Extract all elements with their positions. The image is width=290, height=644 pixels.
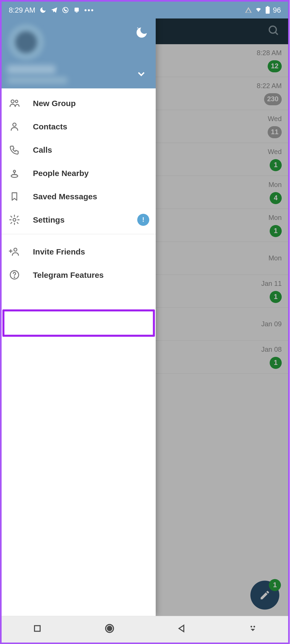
nav-home-button[interactable] (104, 623, 115, 635)
svg-rect-16 (76, 12, 78, 12)
drawer-menu-secondary: Invite FriendsTelegram Features (2, 237, 156, 287)
system-nav-bar (2, 616, 288, 643)
nearby-icon (9, 168, 20, 179)
menu-item-invite-friends[interactable]: Invite Friends (2, 240, 156, 263)
account-phone (7, 77, 67, 84)
menu-item-label: People Nearby (33, 169, 89, 178)
warning-icon (245, 6, 252, 14)
battery-icon (265, 6, 270, 14)
status-bar: 8:29 AM ••• 96 (2, 2, 288, 18)
svg-rect-18 (248, 12, 249, 12)
svg-point-3 (11, 100, 14, 103)
svg-point-13 (14, 277, 15, 278)
chevron-down-icon (136, 68, 147, 80)
svg-point-5 (13, 123, 16, 126)
menu-item-calls[interactable]: Calls (2, 138, 156, 162)
more-notifications-icon: ••• (84, 6, 94, 14)
menu-item-label: Contacts (33, 122, 67, 131)
menu-divider (2, 234, 156, 234)
menu-item-label: Saved Messages (33, 192, 97, 201)
dnd-icon (39, 6, 47, 14)
wifi-icon (254, 6, 262, 14)
annotation-highlight (2, 309, 155, 337)
menu-item-people-nearby[interactable]: People Nearby (2, 162, 156, 185)
circle-icon (104, 623, 115, 634)
group-icon (9, 98, 20, 109)
invite-icon (9, 246, 20, 257)
notification-icon (73, 6, 80, 14)
nav-back-button[interactable] (177, 624, 186, 635)
phone-icon (9, 144, 20, 156)
square-icon (33, 624, 42, 633)
account-name (7, 65, 55, 74)
menu-item-saved-messages[interactable]: Saved Messages (2, 185, 156, 208)
gear-icon (9, 214, 20, 226)
avatar[interactable] (8, 24, 44, 60)
menu-item-new-group[interactable]: New Group (2, 92, 156, 115)
bookmark-icon (9, 191, 20, 202)
svg-point-25 (253, 626, 255, 627)
menu-item-label: Calls (33, 145, 52, 155)
nav-ime-button[interactable] (248, 624, 257, 635)
menu-item-contacts[interactable]: Contacts (2, 115, 156, 138)
svg-rect-19 (266, 7, 270, 14)
whatsapp-icon (62, 6, 69, 14)
drawer-menu-primary: New GroupContactsCallsPeople NearbySaved… (2, 88, 156, 231)
menu-item-label: Telegram Features (33, 270, 104, 280)
menu-item-label: New Group (33, 99, 76, 108)
help-icon (9, 269, 20, 280)
svg-point-9 (14, 248, 17, 251)
moon-icon (135, 26, 148, 39)
navigation-drawer: New GroupContactsCallsPeople NearbySaved… (2, 2, 156, 616)
status-time: 8:29 AM (9, 6, 35, 14)
svg-point-2 (138, 28, 139, 29)
svg-rect-17 (248, 10, 249, 11)
night-mode-toggle[interactable] (135, 26, 148, 41)
menu-item-telegram-features[interactable]: Telegram Features (2, 263, 156, 287)
account-expand-button[interactable] (136, 68, 147, 81)
svg-point-14 (63, 7, 68, 13)
svg-point-8 (13, 218, 16, 221)
triangle-back-icon (177, 624, 186, 633)
menu-item-settings[interactable]: Settings! (2, 208, 156, 231)
svg-point-23 (107, 626, 112, 631)
svg-rect-15 (75, 8, 79, 12)
battery-percent: 96 (273, 6, 281, 14)
menu-item-label: Invite Friends (33, 247, 85, 256)
telegram-statusbar-icon (51, 6, 58, 14)
svg-rect-20 (267, 6, 268, 7)
alert-badge: ! (137, 214, 149, 226)
nav-recents-button[interactable] (33, 624, 42, 635)
svg-rect-21 (35, 626, 40, 631)
svg-point-24 (250, 626, 252, 627)
menu-item-label: Settings (33, 215, 64, 224)
keyboard-down-icon (248, 624, 257, 633)
svg-point-4 (15, 100, 18, 103)
person-icon (9, 121, 20, 132)
